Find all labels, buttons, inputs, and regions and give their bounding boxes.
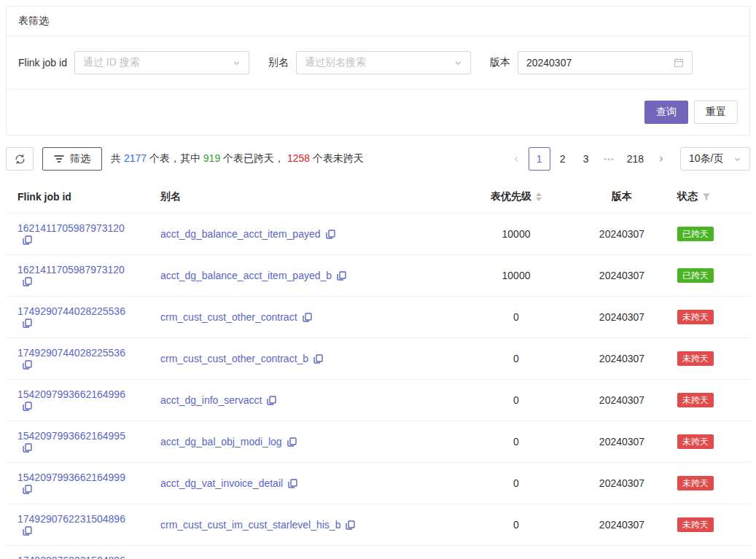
- copy-icon[interactable]: [23, 485, 32, 494]
- copy-icon[interactable]: [23, 235, 32, 245]
- summary-part: 个表已跨天，: [220, 152, 287, 164]
- job-id-link[interactable]: 1542097993662164999: [17, 472, 125, 483]
- status-badge: 未跨天: [677, 517, 714, 532]
- alias-link[interactable]: acct_dg_balance_acct_item_payed_b: [160, 270, 332, 281]
- column-header-priority[interactable]: 表优先级: [454, 181, 578, 214]
- table-row: 1749290762231504896 crm_cust_cust_im_cus…: [6, 546, 750, 559]
- alias-link[interactable]: acct_dg_bal_obj_modi_log: [160, 436, 282, 447]
- alias-placeholder: 通过别名搜索: [305, 56, 366, 69]
- alias-link[interactable]: crm_cust_cust_other_contract: [160, 311, 297, 323]
- field-version: 版本 20240307: [490, 51, 693, 74]
- status-badge: 未跨天: [677, 434, 714, 449]
- copy-icon[interactable]: [23, 277, 32, 286]
- column-header-status: 状态: [666, 181, 750, 214]
- status-badge: 未跨天: [677, 351, 714, 366]
- filter-toggle-label: 筛选: [70, 152, 90, 165]
- chevron-right-icon: [658, 155, 665, 163]
- refresh-icon: [15, 154, 26, 165]
- copy-icon[interactable]: [23, 360, 32, 370]
- refresh-button[interactable]: [6, 147, 34, 171]
- not-crossed-count: 1258: [287, 152, 310, 164]
- summary-part: 个表，其中: [147, 152, 203, 164]
- version-cell: 20240307: [578, 297, 666, 338]
- page-button[interactable]: 3: [575, 147, 597, 171]
- page-root: 表筛选 Flink job id 通过 ID 搜索 别名 通过别名搜索: [0, 0, 756, 559]
- page-button[interactable]: 1: [529, 147, 550, 171]
- summary-text: 共 2177 个表，其中 919 个表已跨天， 1258 个表未跨天: [111, 152, 364, 165]
- query-button[interactable]: 查询: [644, 101, 688, 124]
- filter-funnel-icon[interactable]: [702, 192, 711, 201]
- summary-part: 共: [111, 152, 124, 164]
- job-id-link[interactable]: 1542097993662164995: [17, 430, 125, 442]
- copy-icon[interactable]: [23, 526, 32, 536]
- copy-icon[interactable]: [23, 318, 32, 328]
- status-badge: 未跨天: [677, 476, 714, 490]
- copy-icon[interactable]: [303, 313, 312, 322]
- copy-icon[interactable]: [287, 437, 297, 447]
- total-count: 2177: [124, 152, 147, 164]
- priority-cell: 0: [454, 421, 578, 463]
- priority-cell: 0: [454, 338, 578, 380]
- version-cell: 20240307: [578, 421, 666, 463]
- reset-button[interactable]: 重置: [694, 101, 738, 124]
- alias-link[interactable]: crm_cust_cust_im_cust_starlevel_his_b: [160, 519, 340, 531]
- column-header-alias: 别名: [149, 181, 454, 214]
- alias-link[interactable]: acct_dg_vat_invoice_detail: [160, 477, 283, 489]
- page-button[interactable]: 2: [552, 147, 574, 171]
- column-header-version: 版本: [578, 181, 666, 214]
- copy-icon[interactable]: [313, 354, 323, 364]
- priority-cell: 0: [454, 463, 578, 504]
- copy-icon[interactable]: [346, 520, 355, 530]
- alias-link[interactable]: acct_dg_info_servacct: [160, 394, 262, 406]
- job-id-link[interactable]: 1749290762231504896: [17, 513, 125, 525]
- caret-up-icon: [536, 192, 542, 196]
- version-cell: 20240307: [578, 380, 666, 421]
- page-items: 123•••218: [528, 147, 650, 171]
- job-id-link[interactable]: 1542097993662164996: [17, 388, 125, 400]
- table-body: 1621411705987973120 acct_dg_balance_acct…: [6, 214, 750, 559]
- table-row: 1749290744028225536 crm_cust_cust_other_…: [6, 297, 750, 338]
- calendar-icon: [674, 58, 684, 68]
- copy-icon[interactable]: [337, 271, 346, 281]
- page-size-value: 10条/页: [689, 152, 723, 165]
- status-badge: 已跨天: [677, 268, 714, 283]
- table-row: 1749290744028225536 crm_cust_cust_other_…: [6, 338, 750, 380]
- table-row: 1542097993662164999 acct_dg_vat_invoice_…: [6, 463, 750, 504]
- next-page-button[interactable]: [650, 147, 672, 171]
- chevron-down-icon: [233, 59, 241, 67]
- summary-part: 个表未跨天: [310, 152, 364, 164]
- copy-icon[interactable]: [23, 443, 32, 453]
- version-date-input[interactable]: 20240307: [518, 51, 693, 74]
- filter-card-title: 表筛选: [7, 7, 749, 36]
- copy-icon[interactable]: [23, 402, 32, 411]
- alias-link[interactable]: crm_cust_cust_other_contract_b: [160, 353, 308, 364]
- version-cell: 20240307: [578, 255, 666, 297]
- filter-toggle-button[interactable]: 筛选: [42, 147, 102, 171]
- version-label: 版本: [490, 56, 510, 69]
- copy-icon[interactable]: [267, 396, 276, 405]
- alias-link[interactable]: acct_dg_balance_acct_item_payed: [160, 228, 321, 240]
- prev-page-button[interactable]: [505, 147, 527, 171]
- page-ellipsis[interactable]: •••: [599, 147, 620, 171]
- priority-header-label: 表优先级: [491, 190, 531, 203]
- status-badge: 未跨天: [677, 310, 714, 324]
- page-button[interactable]: 218: [622, 147, 649, 171]
- sort-icon[interactable]: [536, 192, 542, 201]
- version-cell: 20240307: [578, 214, 666, 255]
- table-row: 1542097993662164996 acct_dg_info_servacc…: [6, 380, 750, 421]
- table-header-row: Flink job id 别名 表优先级 版本 状态: [6, 181, 750, 214]
- flink-job-id-select[interactable]: 通过 ID 搜索: [74, 51, 249, 74]
- filter-card: 表筛选 Flink job id 通过 ID 搜索 别名 通过别名搜索: [6, 6, 750, 136]
- table-row: 1621411705987973120 acct_dg_balance_acct…: [6, 214, 750, 255]
- job-id-link[interactable]: 1621411705987973120: [17, 264, 125, 275]
- alias-select[interactable]: 通过别名搜索: [296, 51, 471, 74]
- job-id-link[interactable]: 1749290744028225536: [17, 305, 125, 317]
- field-flink-job-id: Flink job id 通过 ID 搜索: [18, 51, 249, 74]
- job-id-link[interactable]: 1749290744028225536: [17, 347, 125, 359]
- page-size-select[interactable]: 10条/页: [680, 147, 750, 171]
- copy-icon[interactable]: [288, 479, 297, 488]
- filter-row: Flink job id 通过 ID 搜索 别名 通过别名搜索: [7, 36, 749, 90]
- job-id-link[interactable]: 1749290762231504896: [17, 555, 125, 559]
- copy-icon[interactable]: [326, 230, 335, 239]
- job-id-link[interactable]: 1621411705987973120: [17, 222, 125, 234]
